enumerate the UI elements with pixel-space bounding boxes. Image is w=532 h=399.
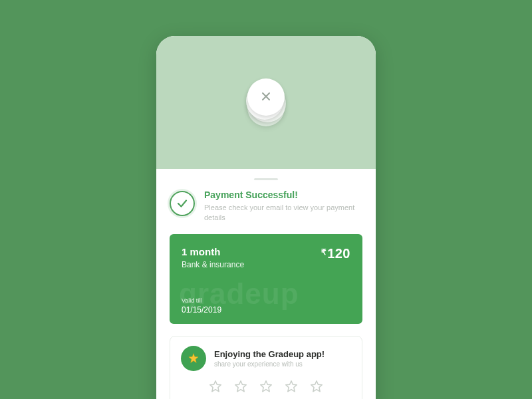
rating-stars (181, 379, 351, 394)
plan-card: gradeup 1 month Bank & insurance ₹120 Va… (170, 234, 362, 324)
header-panel (156, 36, 376, 169)
payment-success-screen: Payment Successful! Please check your em… (156, 36, 376, 399)
rating-card: Enjoying the Gradeup app! share your exp… (170, 336, 362, 399)
close-icon (261, 90, 271, 104)
plan-price: ₹120 (321, 246, 350, 261)
valid-date: 01/15/2019 (182, 305, 350, 315)
rate-star-5[interactable] (309, 379, 324, 394)
rating-title: Enjoying the Gradeup app! (214, 349, 325, 359)
drag-handle[interactable] (254, 178, 278, 180)
check-icon (170, 191, 195, 216)
rating-subtitle: share your experience with us (214, 360, 325, 368)
rate-star-3[interactable] (259, 379, 273, 394)
status-title: Payment Successful! (204, 190, 362, 200)
star-badge-icon (181, 346, 206, 371)
rate-star-4[interactable] (284, 379, 299, 394)
plan-duration: 1 month (182, 246, 244, 257)
valid-label: Valid till (182, 297, 350, 304)
status-subtitle: Please check your email to view your pay… (204, 203, 362, 223)
close-button[interactable] (247, 76, 285, 113)
rate-star-2[interactable] (233, 379, 248, 394)
status-row: Payment Successful! Please check your em… (156, 190, 376, 234)
rate-star-1[interactable] (208, 379, 223, 394)
content-panel: Payment Successful! Please check your em… (156, 169, 376, 399)
plan-category: Bank & insurance (182, 260, 244, 269)
